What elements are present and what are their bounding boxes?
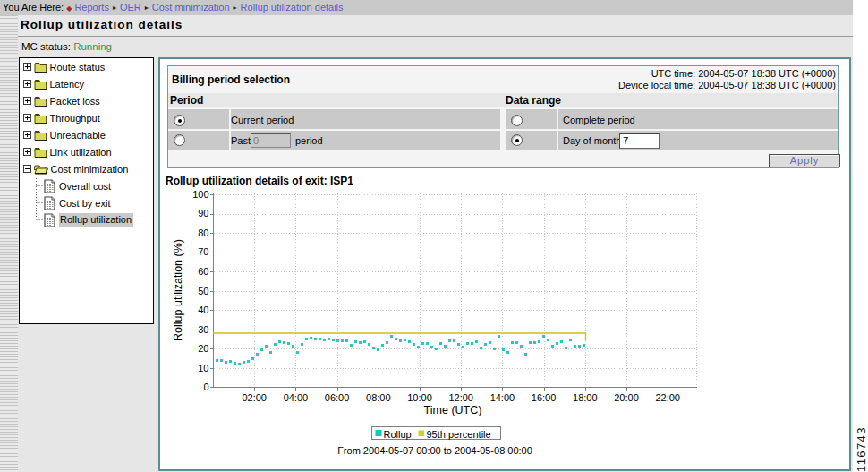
svg-text:04:00: 04:00 [284,392,309,403]
svg-text:20:00: 20:00 [614,392,639,403]
svg-text:10:00: 10:00 [407,392,432,403]
svg-text:16:00: 16:00 [532,392,557,403]
svg-text:20: 20 [198,343,208,354]
svg-text:0: 0 [203,382,208,392]
svg-text:90: 90 [198,208,208,219]
svg-text:06:00: 06:00 [325,392,350,403]
svg-text:10: 10 [198,363,208,373]
svg-text:18:00: 18:00 [573,392,598,403]
svg-text:80: 80 [198,227,208,238]
svg-text:40: 40 [198,305,208,315]
svg-text:From 2004-05-07 00:00 to 2004-: From 2004-05-07 00:00 to 2004-05-08 00:0… [337,445,532,456]
svg-text:100: 100 [192,189,208,200]
svg-text:Rollup utilization (%): Rollup utilization (%) [172,239,184,341]
svg-text:116743: 116743 [855,426,868,472]
svg-text:02:00: 02:00 [242,392,267,403]
svg-text:70: 70 [198,246,208,257]
svg-text:14:00: 14:00 [490,392,515,403]
svg-text:30: 30 [198,324,208,335]
svg-text:95th percentile: 95th percentile [427,429,491,440]
svg-text:12:00: 12:00 [448,392,473,403]
svg-text:22:00: 22:00 [655,392,680,403]
svg-text:08:00: 08:00 [366,392,391,403]
svg-text:60: 60 [198,266,208,277]
svg-text:Time (UTC): Time (UTC) [424,404,482,416]
svg-text:50: 50 [198,286,208,296]
svg-text:Rollup: Rollup [384,429,412,440]
